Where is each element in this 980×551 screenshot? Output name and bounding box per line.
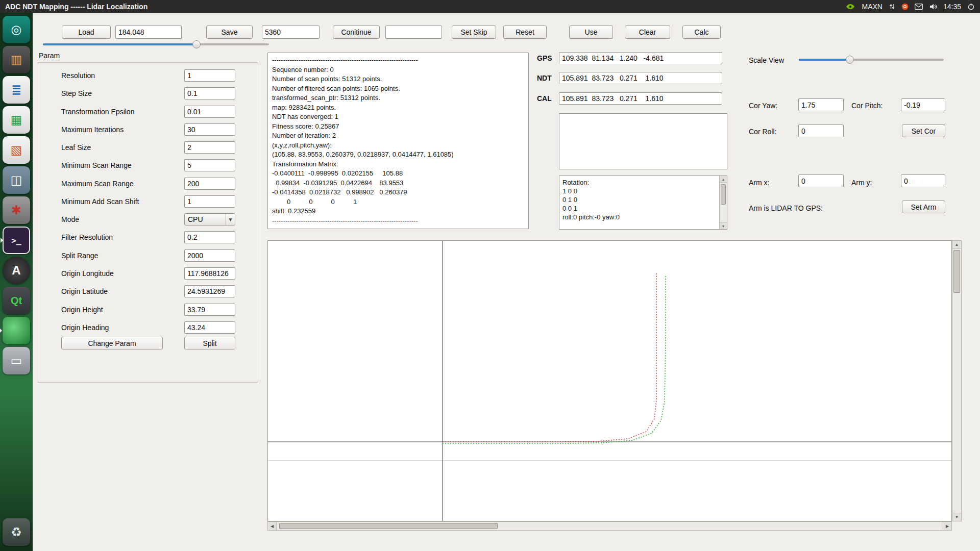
- slider-fill: [799, 59, 850, 61]
- scroll-right-icon[interactable]: ▶: [943, 522, 951, 530]
- param-input-step-size[interactable]: [184, 87, 235, 99]
- param-input-minimum-scan-range[interactable]: [184, 159, 235, 171]
- cor-yaw-label: Cor Yaw:: [749, 102, 777, 110]
- cor-roll-input[interactable]: [798, 124, 844, 137]
- dock-icon-qt-creator[interactable]: Qt: [3, 287, 30, 314]
- launcher-dock: ◎▥≣▦▧◫✱>_AQt▭♻: [0, 13, 33, 551]
- disks-icon: ▭: [11, 354, 22, 368]
- dock-icon-tweaks[interactable]: ✱: [3, 196, 30, 224]
- param-input-origin-heading[interactable]: [184, 321, 235, 334]
- param-label-filter-resolution: Filter Resolution: [61, 233, 113, 241]
- scroll-thumb[interactable]: [953, 250, 960, 293]
- scale-view-slider[interactable]: [799, 56, 944, 64]
- param-input-minimum-add-scan-shift[interactable]: [184, 195, 235, 208]
- scroll-left-icon[interactable]: ◀: [268, 522, 277, 530]
- terminal-icon: >_: [11, 236, 21, 245]
- dock-icon-boxes[interactable]: ◫: [3, 166, 30, 194]
- window-title: ADC NDT Mapping ------ Lidar Localizatio…: [0, 3, 148, 11]
- app-window: Load Save Conitinue Set Skip Reset Use C…: [33, 13, 980, 551]
- param-input-origin-latitude[interactable]: [184, 285, 235, 297]
- param-input-maximum-scan-range[interactable]: [184, 178, 235, 190]
- cor-yaw-input[interactable]: [798, 98, 844, 111]
- dock-icon-control-center[interactable]: ◎: [3, 16, 30, 43]
- param-input-maximum-iterations[interactable]: [184, 123, 235, 136]
- desktop: ADC NDT Mapping ------ Lidar Localizatio…: [0, 0, 980, 551]
- param-input-leaf-size[interactable]: [184, 141, 235, 154]
- load-button[interactable]: Load: [62, 26, 111, 39]
- frame-position-slider[interactable]: [43, 40, 269, 48]
- slider-handle[interactable]: [192, 40, 201, 48]
- param-input-filter-resolution[interactable]: [184, 231, 235, 243]
- set-skip-button[interactable]: Set Skip: [452, 26, 496, 39]
- scroll-down-icon[interactable]: ▼: [952, 513, 961, 521]
- param-label-origin-height: Origin Height: [61, 306, 103, 314]
- plot-horizontal-scrollbar[interactable]: ◀ ▶: [267, 521, 952, 531]
- ndt-label: NDT: [537, 74, 552, 82]
- trajectory-canvas: [268, 241, 951, 521]
- plot-vertical-scrollbar[interactable]: ▲ ▼: [952, 240, 962, 521]
- volume-icon[interactable]: [929, 3, 937, 10]
- tweaks-icon: ✱: [11, 203, 21, 217]
- power-icon[interactable]: [967, 3, 975, 10]
- param-input-origin-height[interactable]: [184, 304, 235, 316]
- cor-pitch-input[interactable]: [901, 98, 945, 111]
- param-groupbox: ResolutionStep SizeTransformation Epsilo…: [38, 62, 258, 383]
- dock-icon-writer[interactable]: ≣: [3, 76, 30, 104]
- cal-pose-field[interactable]: [559, 92, 722, 105]
- mail-icon[interactable]: [915, 4, 923, 10]
- scroll-up-icon[interactable]: ▲: [952, 241, 961, 249]
- change-param-button[interactable]: Change Param: [61, 337, 163, 349]
- scroll-thumb[interactable]: [721, 184, 726, 205]
- save-button[interactable]: Save: [206, 26, 253, 39]
- load-frame-input[interactable]: [115, 26, 182, 39]
- dock-icon-terminal[interactable]: >_: [3, 227, 30, 254]
- save-frame-input[interactable]: [262, 26, 320, 39]
- param-input-origin-longitude[interactable]: [184, 267, 235, 280]
- arm-y-input[interactable]: [901, 174, 945, 187]
- param-input-transformation-epsilon[interactable]: [184, 106, 235, 118]
- set-arm-button[interactable]: Set Arm: [902, 201, 945, 213]
- param-label-transformation-epsilon: Transformation Epsilon: [61, 108, 134, 116]
- skip-input[interactable]: [385, 26, 442, 39]
- scroll-thumb[interactable]: [279, 523, 498, 529]
- clock[interactable]: 14:35: [943, 3, 961, 11]
- dock-icon-disks[interactable]: ▭: [3, 347, 30, 374]
- dock-icon-trash[interactable]: ♻: [3, 518, 30, 546]
- mode-combobox[interactable]: CPU▼: [184, 213, 235, 226]
- slider-handle[interactable]: [846, 56, 854, 64]
- rotation-info-box[interactable]: Rotation: 1 0 0 0 1 0 0 0 1 roll:0 pitch…: [559, 176, 727, 230]
- calc-button[interactable]: Calc: [682, 26, 721, 39]
- cor-roll-label: Cor Roll:: [749, 128, 776, 136]
- rotation-scrollbar[interactable]: ▲ ▼: [719, 176, 727, 229]
- dock-icon-ndt-app[interactable]: [3, 317, 30, 344]
- gps-pose-field[interactable]: [559, 52, 722, 64]
- clear-button[interactable]: Clear: [625, 26, 670, 39]
- dock-icon-calc[interactable]: ▦: [3, 106, 30, 134]
- network-arrows-icon[interactable]: [889, 3, 895, 10]
- continue-button[interactable]: Conitinue: [333, 26, 380, 39]
- trajectory-plot[interactable]: [267, 240, 952, 521]
- dock-icon-impress[interactable]: ▧: [3, 136, 30, 164]
- split-button[interactable]: Split: [184, 337, 235, 349]
- nvidia-icon[interactable]: [845, 3, 856, 10]
- param-input-resolution[interactable]: [184, 69, 235, 82]
- scroll-down-icon[interactable]: ▼: [720, 222, 727, 229]
- ndt-log-text: ----------------------------------------…: [268, 53, 528, 228]
- dock-icon-archive[interactable]: A: [3, 257, 30, 284]
- notification-badge-icon[interactable]: [901, 3, 909, 10]
- dock-icon-files[interactable]: ▥: [3, 46, 30, 73]
- use-button[interactable]: Use: [569, 26, 613, 39]
- top-panel: ADC NDT Mapping ------ Lidar Localizatio…: [0, 0, 980, 13]
- param-label-origin-heading: Origin Heading: [61, 323, 109, 332]
- param-label-leaf-size: Leaf Size: [61, 143, 91, 152]
- set-cor-button[interactable]: Set Cor: [902, 124, 945, 137]
- scroll-up-icon[interactable]: ▲: [720, 176, 727, 183]
- rotation-text: Rotation: 1 0 0 0 1 0 0 0 1 roll:0 pitch…: [562, 178, 718, 221]
- ndt-log-box[interactable]: ----------------------------------------…: [267, 53, 529, 229]
- arm-x-input[interactable]: [798, 174, 844, 187]
- ndt-pose-field[interactable]: [559, 72, 722, 84]
- cal-label: CAL: [537, 94, 552, 103]
- gpu-mode-indicator[interactable]: MAXN: [862, 3, 883, 11]
- reset-button[interactable]: Reset: [503, 26, 547, 39]
- param-input-split-range[interactable]: [184, 249, 235, 262]
